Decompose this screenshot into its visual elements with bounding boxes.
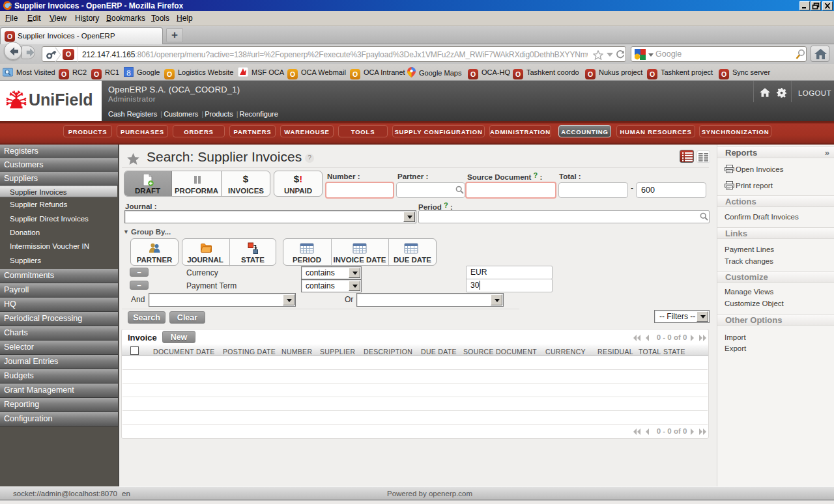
svg-text:8: 8 (126, 68, 131, 77)
